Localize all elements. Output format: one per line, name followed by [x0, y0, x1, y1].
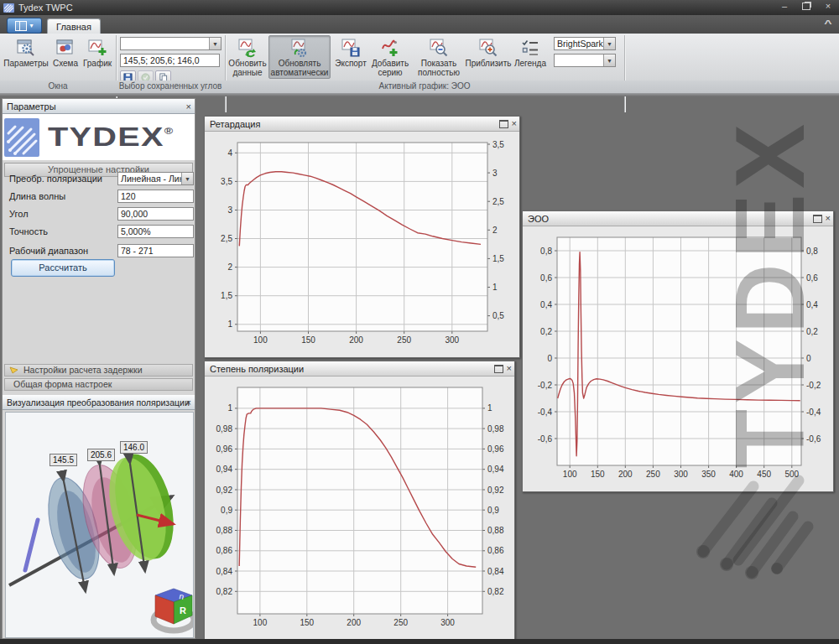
button-label: Легенда	[514, 59, 546, 68]
section-general-settings[interactable]: Общая форма настроек	[4, 378, 193, 391]
field-label: Угол	[9, 209, 29, 219]
scheme-window-icon	[55, 38, 76, 58]
tab-home[interactable]: Главная	[47, 18, 101, 34]
series-select-combo[interactable]: ▼	[554, 54, 616, 67]
svg-text:0,86: 0,86	[487, 546, 504, 555]
scheme-button[interactable]: Схема	[50, 35, 81, 79]
svg-text:0,9: 0,9	[221, 506, 232, 515]
svg-text:0,96: 0,96	[216, 444, 233, 454]
app-logo-icon	[3, 3, 14, 13]
svg-text:100: 100	[253, 335, 268, 345]
svg-text:500: 500	[784, 470, 799, 479]
svg-text:2: 2	[227, 262, 232, 272]
svg-text:0,92: 0,92	[216, 486, 233, 495]
accuracy-field[interactable]	[117, 225, 194, 238]
auto-refresh-toggle[interactable]: Обновлять автоматически	[268, 35, 331, 79]
window-retardation: Ретардация × 10015020025030011,522,533,5…	[204, 116, 520, 358]
svg-text:100: 100	[563, 470, 577, 479]
app-menu-button[interactable]: ▾	[7, 18, 42, 34]
svg-text:0,6: 0,6	[806, 273, 818, 283]
polarization-degree-chart[interactable]: 1001502002503000,820,840,860,880,90,920,…	[206, 377, 513, 638]
graph-button[interactable]: График	[82, 35, 112, 79]
legend-icon	[519, 38, 541, 58]
polarization-3d-view[interactable]: n R 145.5 205.6 146.0	[5, 412, 194, 638]
panel-title: Визуализация преобразования поляризации	[7, 397, 190, 408]
polarization-select[interactable]: Линейная - Лин ▼	[117, 172, 194, 185]
close-icon[interactable]: ×	[826, 213, 831, 224]
eoo-chart[interactable]: 100150200250300350400450500-0,6-0,4-0,20…	[524, 226, 831, 490]
tydex-swoosh-icon	[4, 118, 39, 157]
svg-text:-0,2: -0,2	[806, 381, 821, 390]
group-separator	[624, 35, 625, 112]
svg-text:3,5: 3,5	[221, 177, 232, 186]
svg-text:2,5: 2,5	[221, 234, 232, 243]
restore-button[interactable]	[799, 1, 814, 12]
svg-text:-0,2: -0,2	[538, 381, 553, 390]
combo-value: Линейная - Лин	[118, 174, 181, 184]
add-series-button[interactable]: Добавить серию	[369, 35, 411, 79]
viz-panel-header[interactable]: Визуализация преобразования поляризации …	[3, 395, 195, 410]
polarization-scene: n R	[6, 413, 193, 636]
window-titlebar[interactable]: Степень поляризации ×	[205, 361, 514, 377]
window-titlebar[interactable]: ЭОО ×	[523, 211, 833, 226]
maximize-icon[interactable]	[499, 120, 508, 128]
svg-text:0,88: 0,88	[216, 526, 233, 535]
chart-export-icon	[340, 38, 362, 58]
svg-text:0,2: 0,2	[806, 327, 818, 336]
close-icon[interactable]: ×	[507, 363, 512, 374]
svg-text:0,94: 0,94	[216, 465, 233, 474]
svg-text:1: 1	[487, 403, 492, 413]
svg-text:0,5: 0,5	[492, 311, 504, 320]
chevron-down-icon: ▼	[603, 55, 615, 66]
ribbon-collapse-chevron[interactable]: ^	[824, 19, 831, 29]
close-icon[interactable]: ×	[186, 395, 191, 410]
zoom-in-button[interactable]: Приблизить	[466, 35, 510, 79]
cube-letter-front: R	[180, 605, 186, 615]
svg-text:0,92: 0,92	[487, 486, 504, 495]
section-delay-settings[interactable]: Настройки расчета задержки	[4, 364, 193, 377]
close-button[interactable]: ×	[821, 1, 836, 12]
refresh-data-button[interactable]: Обновить данные	[228, 35, 267, 79]
series-style-combo[interactable]: BrightSpark ▼	[554, 37, 616, 50]
panel-header[interactable]: Параметры ×	[3, 99, 195, 114]
retardation-chart[interactable]: 10015020025030011,522,533,540,511,522,53…	[206, 132, 518, 356]
chevron-down-icon: ▼	[181, 173, 193, 184]
close-icon[interactable]: ×	[186, 99, 191, 114]
svg-text:250: 250	[393, 618, 408, 627]
svg-text:0,82: 0,82	[487, 587, 504, 596]
window-titlebar[interactable]: Ретардация ×	[205, 117, 519, 132]
window-title: ЭОО	[528, 214, 549, 224]
export-button[interactable]: Экспорт	[334, 35, 367, 79]
chart-body: 1001502002503000,820,840,860,880,90,920,…	[206, 377, 513, 641]
svg-text:300: 300	[674, 470, 688, 479]
legend-button[interactable]: Легенда	[512, 35, 549, 79]
chart-body: 10015020025030011,522,533,540,511,522,53…	[206, 132, 518, 359]
saved-angles-combo[interactable]: ▼	[120, 37, 221, 50]
maximize-icon[interactable]	[813, 215, 822, 223]
svg-text:0,9: 0,9	[487, 506, 499, 515]
wavelength-field[interactable]	[117, 190, 194, 203]
params-button[interactable]: Параметры	[5, 35, 47, 79]
calculate-button[interactable]: Рассчитать	[11, 259, 115, 277]
chevron-down-icon: ▾	[29, 22, 33, 29]
svg-text:0: 0	[806, 354, 811, 363]
maximize-icon[interactable]	[494, 365, 503, 373]
angles-field[interactable]	[120, 54, 220, 67]
ribbon-group-labels: Окна Выбор сохраненных углов Активный гр…	[0, 80, 839, 93]
show-all-button[interactable]: Показать полностью	[414, 35, 464, 79]
svg-text:150: 150	[301, 335, 315, 345]
svg-text:0,84: 0,84	[487, 567, 504, 576]
button-label: Параметры	[3, 59, 48, 68]
svg-text:450: 450	[757, 470, 771, 479]
svg-text:0,8: 0,8	[806, 247, 818, 256]
close-icon[interactable]: ×	[512, 118, 517, 129]
svg-text:0,88: 0,88	[487, 526, 504, 535]
ribbon-tab-row: ▾ Главная ^	[0, 15, 839, 34]
svg-text:200: 200	[347, 618, 361, 627]
svg-text:1: 1	[492, 283, 498, 292]
minimize-button[interactable]: –	[777, 1, 792, 12]
range-field[interactable]	[117, 244, 194, 257]
chevron-down-icon: ▼	[603, 38, 615, 49]
svg-text:0: 0	[547, 354, 552, 363]
angle-field[interactable]	[117, 207, 194, 221]
